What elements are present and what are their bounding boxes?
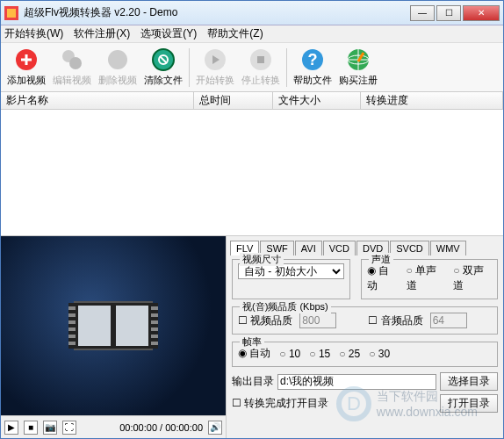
shutdown-check[interactable]: 转换完成打开目录 — [232, 396, 328, 411]
menu-start[interactable]: 开始转换(W) — [4, 26, 63, 41]
svg-rect-9 — [257, 56, 264, 63]
remove-video-button[interactable]: 删除视频 — [96, 45, 140, 90]
menu-help[interactable]: 帮助文件(Z) — [207, 26, 263, 41]
tab-wmv[interactable]: WMV — [430, 241, 466, 255]
audio-channel-group: 声道 自动 单声道 双声道 — [361, 259, 498, 299]
file-list-header: 影片名称 总时间 文件大小 转换进度 — [1, 92, 503, 110]
start-convert-button[interactable]: 开始转换 — [193, 45, 237, 90]
edit-video-button[interactable]: 编辑视频 — [50, 45, 94, 90]
toolbar: 添加视频 编辑视频 删除视频 清除文件 开始转换 停止转换 ? 帮助文件 — [1, 43, 503, 92]
fps-25[interactable]: 25 — [339, 348, 360, 360]
preview-panel: ▶ ■ 📷 ⛶ 00:00:00 / 00:00:00 🔊 — [1, 236, 227, 438]
separator — [286, 48, 287, 87]
col-duration[interactable]: 总时间 — [194, 92, 273, 109]
file-list[interactable] — [1, 110, 503, 236]
video-quality-input[interactable] — [299, 313, 336, 328]
app-icon — [4, 6, 18, 20]
col-name[interactable]: 影片名称 — [1, 92, 194, 109]
player-controls: ▶ ■ 📷 ⛶ 00:00:00 / 00:00:00 🔊 — [1, 415, 226, 438]
buy-button[interactable]: 购买注册 — [336, 45, 380, 90]
radio-mono[interactable]: 单声道 — [407, 263, 445, 293]
menu-register[interactable]: 软件注册(X) — [74, 26, 130, 41]
preview-area — [1, 236, 226, 415]
filmstrip-icon — [74, 301, 153, 350]
radio-stereo[interactable]: 双声道 — [453, 263, 492, 293]
add-video-button[interactable]: 添加视频 — [4, 45, 48, 90]
watermark: D 当下软件园 www.downxia.com — [336, 386, 478, 421]
svg-point-3 — [69, 57, 82, 69]
stop-play-button[interactable]: ■ — [24, 421, 38, 435]
svg-point-4 — [108, 50, 127, 69]
globe-icon — [346, 47, 371, 72]
tab-vcd[interactable]: VCD — [323, 241, 356, 255]
clear-icon — [151, 47, 176, 72]
video-size-group: 视频尺寸 自动 - 初始大小 — [232, 259, 350, 299]
play-button[interactable]: ▶ — [4, 421, 18, 435]
timecode: 00:00:00 / 00:00:00 — [119, 422, 203, 433]
minimize-button[interactable]: — — [410, 5, 435, 21]
col-progress[interactable]: 转换进度 — [361, 92, 503, 109]
clear-files-button[interactable]: 清除文件 — [141, 45, 185, 90]
col-size[interactable]: 文件大小 — [273, 92, 361, 109]
snapshot-button[interactable]: 📷 — [43, 421, 57, 435]
help-icon: ? — [300, 47, 325, 72]
audio-quality-input[interactable] — [430, 313, 467, 328]
fps-group: 帧率 自动 10 15 25 30 — [232, 342, 498, 367]
fullscreen-button[interactable]: ⛶ — [62, 421, 76, 435]
titlebar: 超级Flv视频转换器 v2.20 - Demo — ☐ ✕ — [1, 1, 503, 25]
video-quality-check[interactable]: 视频品质 — [238, 313, 292, 328]
svg-text:?: ? — [308, 51, 318, 68]
close-button[interactable]: ✕ — [463, 5, 500, 21]
stop-convert-button[interactable]: 停止转换 — [239, 45, 283, 90]
watermark-logo-icon: D — [336, 386, 371, 421]
tab-avi[interactable]: AVI — [295, 241, 322, 255]
radio-auto-ch[interactable]: 自动 — [367, 263, 398, 293]
maximize-button[interactable]: ☐ — [436, 5, 461, 21]
tab-svcd[interactable]: SVCD — [390, 241, 429, 255]
help-button[interactable]: ? 帮助文件 — [291, 45, 335, 90]
fps-10[interactable]: 10 — [279, 348, 300, 360]
remove-icon — [105, 47, 130, 72]
edit-icon — [60, 47, 84, 72]
menu-options[interactable]: 选项设置(Y) — [140, 26, 197, 41]
add-icon — [14, 47, 39, 72]
audio-quality-check[interactable]: 音频品质 — [368, 313, 422, 328]
stop-icon — [248, 47, 273, 72]
quality-group: 视(音)频品质 (Kbps) 视频品质 音频品质 — [232, 306, 498, 335]
separator — [189, 48, 190, 87]
fps-30[interactable]: 30 — [369, 348, 390, 360]
menubar: 开始转换(W) 软件注册(X) 选项设置(Y) 帮助文件(Z) — [1, 25, 503, 43]
play-icon — [203, 47, 227, 72]
volume-button[interactable]: 🔊 — [208, 421, 222, 435]
window-title: 超级Flv视频转换器 v2.20 - Demo — [24, 5, 410, 20]
fps-15[interactable]: 15 — [309, 348, 330, 360]
output-label: 输出目录 — [232, 374, 274, 389]
